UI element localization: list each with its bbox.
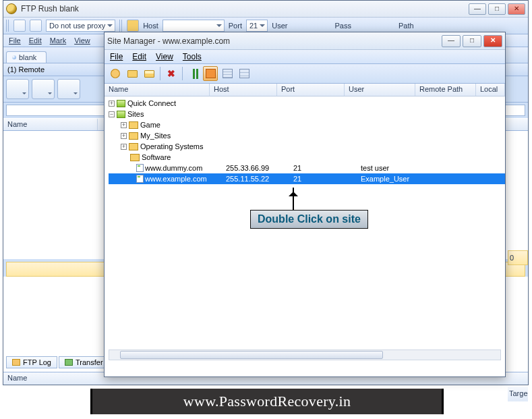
column-remote-path[interactable]: Remote Path xyxy=(415,84,476,96)
view-grid-button[interactable] xyxy=(203,66,218,81)
tree-folder[interactable]: +Operating Systems xyxy=(109,141,505,152)
scrollbar-thumb[interactable] xyxy=(120,351,383,359)
folder-icon xyxy=(127,70,138,78)
menu-edit[interactable]: Edit xyxy=(29,36,42,45)
target-column: Targe xyxy=(508,387,528,401)
cell-user: test user xyxy=(359,164,430,172)
dialog-toolbar: ✖ xyxy=(105,64,505,84)
site-entry-icon xyxy=(136,164,144,172)
menu-mark[interactable]: Mark xyxy=(50,36,66,45)
site-row[interactable]: www.dummy.com 255.33.66.99 21 test user xyxy=(109,163,505,173)
expand-icon[interactable]: + xyxy=(109,101,115,107)
maximize-button[interactable]: □ xyxy=(488,3,506,15)
site-manager-dialog: Site Manager - www.example.com — □ ✕ Fil… xyxy=(104,32,506,377)
column-name[interactable]: Name xyxy=(7,374,27,383)
bottom-tabs: FTP Log Transfer xyxy=(3,356,112,368)
horizontal-scrollbar[interactable] xyxy=(109,350,501,360)
view-list-button[interactable] xyxy=(220,66,235,81)
menu-view[interactable]: View xyxy=(156,52,173,61)
maximize-button[interactable]: □ xyxy=(463,35,481,47)
separator xyxy=(182,67,183,80)
app-icon xyxy=(6,3,17,14)
close-button[interactable]: ✕ xyxy=(483,35,502,47)
site-icon xyxy=(117,100,125,107)
folder-icon xyxy=(130,154,140,161)
cell-name: www.dummy.com xyxy=(144,164,225,172)
tree-node-quick-connect[interactable]: +Quick Connect xyxy=(109,98,505,109)
list-icon xyxy=(223,69,233,78)
toolbar-grip[interactable] xyxy=(6,20,9,32)
tab-label: blank xyxy=(19,53,36,61)
byte-status: 0 byte(s xyxy=(508,250,528,265)
column-port[interactable]: Port xyxy=(277,84,345,96)
column-name[interactable]: Name xyxy=(105,84,210,96)
gear-icon xyxy=(111,69,120,78)
folder-icon[interactable] xyxy=(127,20,139,32)
close-button[interactable]: ✕ xyxy=(508,3,525,15)
columns-button[interactable] xyxy=(186,66,201,81)
minimize-button[interactable]: — xyxy=(442,35,461,47)
toolbar-button[interactable] xyxy=(30,20,42,32)
cell-port: 21 xyxy=(292,164,359,172)
expand-icon[interactable]: + xyxy=(121,133,127,139)
host-combo[interactable] xyxy=(162,20,225,32)
collapse-icon[interactable]: − xyxy=(109,111,115,117)
tab-blank[interactable]: blank xyxy=(6,51,47,63)
open-folder-button[interactable] xyxy=(142,66,156,81)
tab-label: Transfer xyxy=(76,358,103,366)
host-label: Host xyxy=(143,22,158,30)
new-folder-button[interactable] xyxy=(125,66,140,81)
dialog-menu-bar: File Edit View Tools xyxy=(105,50,505,64)
detail-icon xyxy=(239,69,249,78)
dialog-title-bar[interactable]: Site Manager - www.example.com — □ ✕ xyxy=(105,32,505,50)
minimize-button[interactable]: — xyxy=(469,3,486,15)
tree-folder[interactable]: +My_Sites xyxy=(109,130,505,141)
site-list-header: Name Host Port User Remote Path Local xyxy=(105,84,505,96)
expand-icon[interactable]: + xyxy=(121,144,127,150)
menu-view[interactable]: View xyxy=(74,36,90,45)
separator xyxy=(160,67,160,80)
menu-file[interactable]: File xyxy=(9,36,21,45)
tree-node-sites[interactable]: −Sites xyxy=(109,109,505,119)
column-host[interactable]: Host xyxy=(210,84,277,96)
menu-file[interactable]: File xyxy=(110,52,123,61)
columns-icon xyxy=(193,69,195,79)
cell-host: 255.33.66.99 xyxy=(225,164,292,172)
column-user[interactable]: User xyxy=(345,84,415,96)
tab-ftp-log[interactable]: FTP Log xyxy=(6,356,57,368)
site-row[interactable]: www.example.com 255.11.55.22 21 Example_… xyxy=(109,173,505,184)
expand-icon[interactable]: + xyxy=(121,122,127,128)
settings-button[interactable] xyxy=(108,66,123,81)
log-icon xyxy=(12,359,20,366)
tab-transfer[interactable]: Transfer xyxy=(59,356,109,368)
transfer-icon xyxy=(65,359,73,366)
x-icon: ✖ xyxy=(167,68,175,79)
column-local[interactable]: Local xyxy=(476,84,505,96)
view-detail-button[interactable] xyxy=(237,66,252,81)
tree-folder[interactable]: Software xyxy=(109,152,505,163)
column-name[interactable]: Name xyxy=(3,119,98,130)
menu-tools[interactable]: Tools xyxy=(183,52,202,61)
folder-icon xyxy=(129,143,138,150)
main-title-bar: FTP Rush blank — □ ✕ xyxy=(3,1,528,18)
refresh-button[interactable] xyxy=(32,79,55,99)
site-entry-icon xyxy=(136,175,144,183)
port-label: Port xyxy=(229,22,242,30)
toolbar-grip[interactable] xyxy=(119,20,123,32)
cell-host: 255.11.55.22 xyxy=(225,175,292,183)
connect-button[interactable] xyxy=(6,79,29,99)
main-title: FTP Rush blank xyxy=(21,4,79,13)
port-combo[interactable]: 21 xyxy=(246,20,268,32)
annotation-arrow xyxy=(293,188,294,211)
toolbar-button[interactable] xyxy=(13,20,26,32)
folder-icon xyxy=(129,121,138,129)
delete-button[interactable]: ✖ xyxy=(164,66,179,81)
site-tree[interactable]: +Quick Connect−Sites+Game+My_Sites+Opera… xyxy=(105,96,505,363)
proxy-combo[interactable]: Do not use proxy xyxy=(46,20,115,32)
transfer-button[interactable] xyxy=(57,79,80,99)
tree-folder[interactable]: +Game xyxy=(109,119,505,130)
proxy-label: Do not use proxy xyxy=(49,22,105,30)
cell-name: www.example.com xyxy=(144,175,225,183)
menu-edit[interactable]: Edit xyxy=(132,52,146,61)
tab-indicator-icon xyxy=(12,55,16,59)
